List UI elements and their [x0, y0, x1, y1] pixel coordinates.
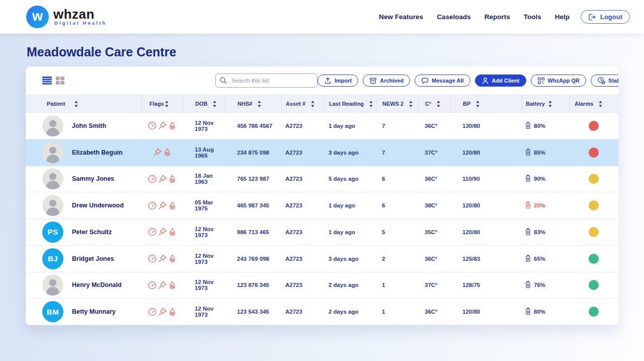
archived-button[interactable]: Archived: [363, 75, 410, 87]
dob-cell-value: 12 Nov 1973: [195, 226, 225, 238]
stale-readings-button[interactable]: Stale Readings: [591, 75, 618, 87]
sort-icon: [165, 101, 169, 107]
last-reading-cell-value: 5 days ago: [329, 176, 358, 182]
alarm-indicator-red[interactable]: [589, 121, 599, 131]
dob-cell-value: 12 Nov 1973: [195, 279, 225, 291]
table-row[interactable]: Henry McDonald12 Nov 1973123 876 345A272…: [26, 272, 618, 299]
column-label: Patient: [47, 101, 65, 107]
flags-cell: [141, 219, 183, 245]
asset-number-cell: A2723: [281, 246, 325, 272]
dob-cell-value: 12 Nov 1973: [195, 306, 225, 318]
temperature-cell-value: 36C°: [425, 123, 438, 129]
sort-icon: [74, 101, 78, 107]
alarm-indicator-red[interactable]: [589, 148, 599, 158]
blood-pressure-cell: 110/90: [450, 166, 522, 192]
column-header-dob[interactable]: DOB: [183, 95, 225, 112]
asset-number-cell-value: A2723: [285, 123, 302, 129]
column-header-last-reading[interactable]: Last Reading: [325, 95, 376, 112]
dob-cell-value: 05 Mar 1975: [195, 199, 225, 211]
alarm-indicator-green[interactable]: [589, 307, 599, 317]
news2-score-cell: 7: [376, 113, 418, 139]
temperature-cell-value: 36C°: [425, 176, 438, 182]
column-header-battery[interactable]: Battery: [522, 95, 569, 112]
avatar: BJ: [42, 248, 63, 269]
nhs-number-cell: 765 123 987: [225, 166, 281, 192]
patient-name: Henry McDonald: [72, 281, 122, 288]
table-row[interactable]: PSPeter Schultz12 Nov 1973986 713 465A27…: [26, 219, 618, 246]
logout-label: Logout: [600, 13, 622, 21]
blood-pressure-cell: 120/80: [450, 299, 522, 325]
column-header-flags[interactable]: Flags: [141, 95, 183, 112]
column-header-nhs[interactable]: NHS#: [225, 95, 281, 112]
column-label: Flags: [149, 101, 164, 107]
add-client-button[interactable]: Add Client: [475, 75, 526, 87]
battery-cell: 76%: [522, 272, 569, 299]
column-header-news-2[interactable]: NEWS 2: [376, 95, 418, 112]
last-reading-cell: 1 day ago: [325, 192, 376, 219]
battery-value: 20%: [534, 202, 545, 208]
blood-pressure-cell: 120/80: [450, 139, 522, 166]
brand-logo[interactable]: w whzan Digital Health: [26, 6, 107, 28]
table-row[interactable]: John Smith12 Nov 1973456 786 4567A27231 …: [26, 113, 618, 139]
avatar: PS: [42, 222, 63, 243]
table-row[interactable]: Elizabeth Beguin13 Aug 1965234 875 098A2…: [26, 139, 618, 166]
avatar: [42, 195, 63, 216]
pin-flag-icon: [157, 121, 167, 130]
nav-item-caseloads[interactable]: Caseloads: [437, 13, 471, 21]
nav-item-help[interactable]: Help: [555, 13, 570, 21]
logout-button[interactable]: Logout: [581, 10, 630, 24]
battery-icon: [525, 174, 531, 183]
alarm-indicator-green[interactable]: [589, 280, 599, 290]
nav-item-tools[interactable]: Tools: [524, 13, 541, 21]
battery-icon: [525, 201, 531, 210]
import-button[interactable]: Import: [317, 75, 358, 87]
dob-cell-value: 13 Aug 1965: [195, 147, 225, 159]
table-row[interactable]: Drew Underwood05 Mar 1975465 987 345A272…: [26, 192, 618, 219]
search-input[interactable]: [215, 74, 317, 88]
patient-cell: BMBetty Munnary: [26, 299, 141, 325]
blood-pressure-cell-value: 120/80: [462, 150, 480, 156]
message-all-button[interactable]: Message All: [415, 75, 470, 87]
alarm-indicator-amber[interactable]: [589, 227, 599, 237]
blood-pressure-cell-value: 120/80: [462, 229, 480, 235]
avatar: [42, 168, 63, 189]
column-label: C°: [425, 101, 431, 107]
drop-flag-icon: [168, 280, 177, 290]
list-view-button[interactable]: [42, 77, 52, 85]
nav-item-new-features[interactable]: New Features: [379, 13, 423, 21]
table-row[interactable]: BMBetty Munnary12 Nov 1973123 543 345A27…: [26, 299, 618, 325]
patient-name: Drew Underwood: [72, 202, 124, 209]
last-reading-cell: 2 days ago: [325, 299, 376, 325]
temperature-cell-value: 37C°: [425, 282, 438, 288]
battery-icon: [525, 254, 531, 263]
alarm-indicator-green[interactable]: [589, 254, 599, 264]
gauge-flag-icon: [147, 201, 157, 210]
asset-number-cell: A2723: [281, 192, 325, 219]
archive-icon: [369, 77, 377, 85]
table-row[interactable]: Sammy Jones18 Jan 1963765 123 987A27235 …: [26, 166, 618, 193]
column-header-alarms[interactable]: Alarms: [569, 95, 618, 112]
patient-cell: Drew Underwood: [26, 192, 141, 219]
column-label: BP: [463, 101, 470, 107]
nhs-number-cell: 456 786 4567: [225, 113, 281, 139]
grid-view-button[interactable]: [56, 77, 64, 85]
avatar-initials: BJ: [48, 254, 58, 263]
alarms-cell: [569, 192, 618, 219]
column-header-bp[interactable]: BP: [450, 95, 522, 112]
battery-icon: [525, 148, 531, 157]
alarm-indicator-amber[interactable]: [589, 174, 599, 184]
asset-number-cell: A2723: [281, 113, 325, 139]
column-label: Last Reading: [329, 101, 364, 107]
whzapp-qr-button[interactable]: WhzApp QR: [531, 75, 587, 87]
nav-item-reports[interactable]: Reports: [485, 13, 510, 21]
alarm-indicator-amber[interactable]: [589, 200, 599, 210]
table-row[interactable]: BJBridget Jones12 Nov 1973243 769 098A27…: [26, 246, 618, 272]
nhs-number-cell: 123 543 345: [225, 299, 281, 325]
nhs-number-cell: 243 769 098: [225, 246, 281, 272]
gauge-flag-icon: [147, 227, 157, 237]
column-header-asset[interactable]: Asset #: [281, 95, 325, 112]
column-header-patient[interactable]: Patient: [26, 95, 141, 112]
blood-pressure-cell: 130/80: [450, 113, 522, 139]
battery-cell: 65%: [522, 246, 569, 272]
column-header-c[interactable]: C°: [418, 95, 450, 112]
